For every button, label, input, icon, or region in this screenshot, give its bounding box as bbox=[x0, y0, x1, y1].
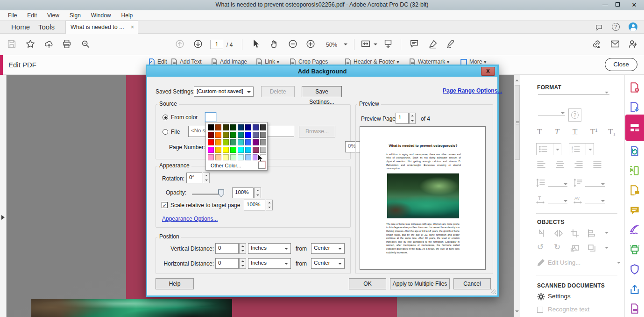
superscript-button[interactable]: T¹ bbox=[590, 127, 597, 137]
scale-spinner[interactable] bbox=[266, 200, 273, 210]
arrange-objects-button[interactable] bbox=[587, 244, 597, 252]
color-swatch-2-1[interactable] bbox=[215, 139, 221, 145]
font-family-combo[interactable] bbox=[538, 94, 609, 95]
tab-document[interactable]: What is needed to ... × bbox=[65, 21, 138, 34]
saved-settings-combo[interactable]: [Custom-not saved] bbox=[194, 86, 254, 97]
color-swatch-3-5[interactable] bbox=[245, 147, 251, 153]
color-swatch-3-2[interactable] bbox=[223, 147, 229, 153]
protect-icon[interactable] bbox=[629, 263, 641, 275]
color-swatch-0-0[interactable] bbox=[208, 124, 214, 130]
scroll-mode-icon[interactable] bbox=[383, 39, 394, 50]
flip-vertical-button[interactable] bbox=[537, 229, 546, 238]
from-color-radio[interactable] bbox=[163, 115, 168, 120]
fit-caret-icon[interactable] bbox=[374, 43, 377, 47]
edit-pdf-icon[interactable] bbox=[629, 122, 641, 134]
link-share-icon[interactable] bbox=[591, 39, 602, 50]
rotation-field[interactable]: 0° bbox=[186, 173, 202, 183]
replace-image-button[interactable] bbox=[571, 244, 580, 252]
underline-button[interactable]: T bbox=[573, 127, 577, 137]
color-swatch-0-2[interactable] bbox=[223, 124, 229, 130]
color-swatch-1-2[interactable] bbox=[223, 132, 229, 138]
scroll-down-icon[interactable] bbox=[515, 310, 519, 314]
color-swatch-3-4[interactable] bbox=[238, 147, 244, 153]
save-icon[interactable] bbox=[7, 39, 18, 50]
organize-pages-icon[interactable] bbox=[629, 145, 641, 157]
print-icon[interactable] bbox=[62, 39, 73, 50]
help-icon[interactable]: ? bbox=[612, 23, 620, 31]
color-swatch-4-2[interactable] bbox=[223, 154, 229, 160]
horizontal-distance-field[interactable]: 0 bbox=[215, 258, 239, 269]
page-up-icon[interactable] bbox=[175, 39, 186, 50]
align-center-button[interactable] bbox=[556, 161, 565, 169]
color-swatch-4-3[interactable] bbox=[230, 154, 236, 160]
zoom-in-icon[interactable] bbox=[305, 39, 317, 50]
opacity-field[interactable]: 100% bbox=[232, 187, 254, 198]
menu-view[interactable]: View bbox=[42, 12, 64, 19]
horizontal-unit-combo[interactable]: Inches bbox=[248, 258, 291, 269]
color-swatch-2-3[interactable] bbox=[230, 139, 236, 145]
save-settings-button[interactable]: Save Settings... bbox=[302, 86, 342, 97]
scrollbar-thumb[interactable] bbox=[515, 85, 520, 160]
email-icon[interactable] bbox=[610, 39, 621, 50]
sign-tool-icon[interactable] bbox=[446, 39, 457, 50]
highlight-tool-icon[interactable] bbox=[428, 39, 439, 50]
hand-tool-icon[interactable] bbox=[269, 39, 280, 50]
vertical-distance-spinner[interactable] bbox=[239, 243, 246, 254]
restore-button[interactable] bbox=[613, 1, 622, 8]
background-color-swatch[interactable] bbox=[205, 112, 216, 122]
menu-help[interactable]: Help bbox=[116, 12, 138, 19]
comment-tool-icon[interactable] bbox=[409, 39, 420, 50]
menu-sign[interactable]: Sign bbox=[64, 12, 86, 19]
compress-pdf-icon[interactable] bbox=[629, 303, 641, 315]
star-icon[interactable] bbox=[25, 39, 36, 50]
subscript-button[interactable]: T₁ bbox=[608, 127, 616, 137]
color-swatch-2-6[interactable] bbox=[253, 139, 259, 145]
dialog-resize-grip[interactable] bbox=[491, 289, 496, 294]
color-swatch-2-0[interactable] bbox=[208, 139, 214, 145]
color-swatch-0-5[interactable] bbox=[245, 124, 251, 130]
zoom-out-icon[interactable] bbox=[288, 39, 299, 50]
dialog-close-button[interactable]: X bbox=[481, 67, 495, 76]
vertical-unit-combo[interactable]: Inches bbox=[248, 243, 291, 254]
bold-button[interactable]: T bbox=[537, 127, 542, 137]
horizontal-anchor-combo[interactable]: Center bbox=[311, 258, 345, 269]
ok-button[interactable]: OK bbox=[349, 278, 386, 289]
color-swatch-3-6[interactable] bbox=[253, 147, 259, 153]
page-down-icon[interactable] bbox=[193, 39, 204, 50]
share-cloud-icon[interactable] bbox=[44, 39, 55, 50]
close-tool-button[interactable]: Close bbox=[605, 58, 637, 71]
export-pdf-icon[interactable] bbox=[629, 101, 641, 113]
page-number-input[interactable]: 1 bbox=[210, 40, 223, 49]
add-person-icon[interactable] bbox=[628, 39, 639, 50]
color-swatch-3-7[interactable] bbox=[260, 147, 266, 153]
color-swatch-1-5[interactable] bbox=[245, 132, 251, 138]
rotate-ccw-button[interactable]: ↺ bbox=[537, 242, 544, 252]
menu-window[interactable]: Window bbox=[86, 12, 116, 19]
browse-button[interactable]: Browse... bbox=[299, 126, 335, 137]
file-radio[interactable] bbox=[163, 129, 168, 135]
help-button[interactable]: Help bbox=[156, 278, 194, 289]
align-justify-button[interactable] bbox=[593, 161, 602, 169]
create-pdf-icon[interactable] bbox=[629, 81, 641, 94]
color-swatch-1-7[interactable] bbox=[260, 132, 266, 138]
align-objects-button[interactable] bbox=[587, 229, 597, 238]
minimize-button[interactable]: — bbox=[601, 1, 609, 8]
zoom-caret-icon[interactable] bbox=[344, 43, 347, 47]
preview-page-field[interactable]: 1 bbox=[396, 113, 409, 124]
print-production-icon[interactable] bbox=[629, 244, 641, 256]
color-swatch-0-1[interactable] bbox=[215, 124, 221, 130]
search-icon[interactable] bbox=[80, 39, 92, 50]
delete-button[interactable]: Delete bbox=[261, 86, 295, 97]
share-icon[interactable] bbox=[629, 283, 641, 295]
align-right-button[interactable] bbox=[574, 161, 584, 169]
crop-button[interactable] bbox=[571, 229, 580, 238]
color-swatch-0-4[interactable] bbox=[238, 124, 244, 130]
align-left-button[interactable] bbox=[537, 161, 546, 169]
vertical-anchor-combo[interactable]: Center bbox=[311, 243, 345, 254]
preview-page-spinner[interactable] bbox=[409, 113, 416, 124]
color-swatch-4-1[interactable] bbox=[215, 154, 221, 160]
other-color-link[interactable]: Other Color... bbox=[211, 163, 241, 168]
italic-button[interactable]: T bbox=[555, 127, 559, 137]
scale-relative-checkbox[interactable]: ✓ bbox=[162, 202, 168, 208]
dialog-titlebar[interactable]: Add Background bbox=[147, 66, 497, 77]
